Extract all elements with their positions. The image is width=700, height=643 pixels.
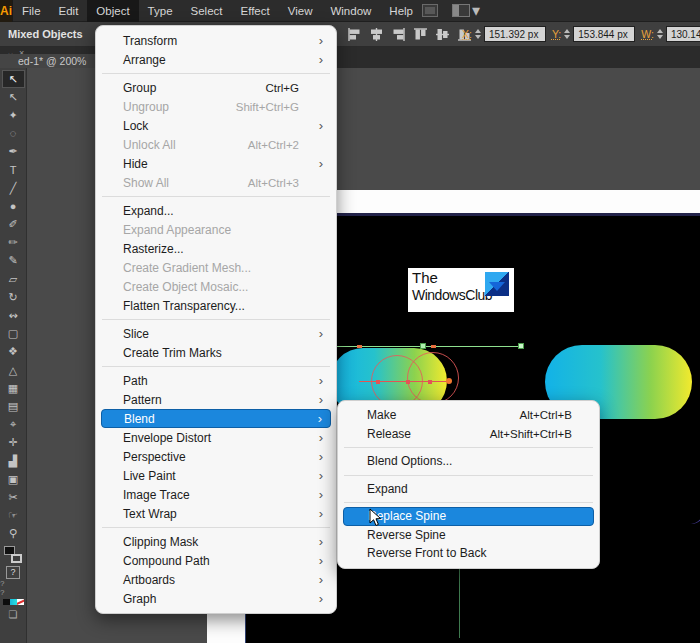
menu-item-envelope-distort[interactable]: Envelope Distort› <box>101 428 331 447</box>
menu-item-live-paint[interactable]: Live Paint› <box>101 466 331 485</box>
menu-file[interactable]: File <box>13 0 50 22</box>
menu-item-create-trim-marks[interactable]: Create Trim Marks <box>101 343 331 362</box>
submenu-item-reverse-spine[interactable]: Reverse Spine <box>343 526 594 545</box>
menu-item-perspective[interactable]: Perspective› <box>101 447 331 466</box>
menu-item-text-wrap[interactable]: Text Wrap› <box>101 504 331 523</box>
menu-item-clipping-mask[interactable]: Clipping Mask› <box>101 532 331 551</box>
submenu-item-make[interactable]: MakeAlt+Ctrl+B <box>343 406 594 425</box>
menu-item-hide[interactable]: Hide› <box>101 154 331 173</box>
gradient-tool[interactable]: ▤ <box>2 397 25 415</box>
slice-tool[interactable]: ✂ <box>2 488 25 506</box>
rotate-tool[interactable]: ↻ <box>2 288 25 306</box>
zoom-tool[interactable]: ⚲ <box>2 525 25 543</box>
menu-item-compound-path[interactable]: Compound Path› <box>101 551 331 570</box>
spine-anchor-point[interactable] <box>428 380 432 384</box>
help-box[interactable]: ? <box>6 566 20 579</box>
x-input[interactable]: 151.392 px <box>484 26 546 42</box>
eraser-tool[interactable]: ▱ <box>2 270 25 288</box>
menu-item-label: Reverse Front to Back <box>367 546 586 560</box>
menu-type[interactable]: Type <box>139 0 182 22</box>
submenu-item-blend-options[interactable]: Blend Options... <box>343 452 594 471</box>
menu-window[interactable]: Window <box>321 0 380 22</box>
free-transform-tool[interactable]: ▢ <box>2 325 25 343</box>
color-swatch-icon[interactable] <box>3 599 10 605</box>
screen-mode-icon[interactable]: ❏ <box>9 609 18 620</box>
graph-tool[interactable]: ▟ <box>2 452 25 470</box>
eyedropper-tool[interactable]: ⌖ <box>2 416 25 434</box>
ellipse-tool[interactable]: ● <box>2 197 25 215</box>
menu-help[interactable]: Help <box>380 0 422 22</box>
vertical-align-center-icon[interactable] <box>435 27 450 42</box>
menu-item-arrange[interactable]: Arrange› <box>101 50 331 69</box>
horizontal-align-right-icon[interactable] <box>391 27 406 42</box>
menu-item-rasterize[interactable]: Rasterize... <box>101 239 331 258</box>
menu-item-expand[interactable]: Expand... <box>101 201 331 220</box>
x-stepper[interactable] <box>475 29 481 39</box>
menu-object[interactable]: Object <box>87 0 138 22</box>
artboard-tool[interactable]: ▣ <box>2 470 25 488</box>
y-label[interactable]: Y: <box>552 28 561 40</box>
gradient-swatch-icon[interactable] <box>10 599 17 605</box>
line-segment-tool[interactable]: ╱ <box>2 179 25 197</box>
horizontal-align-left-icon[interactable] <box>347 27 362 42</box>
menu-item-group[interactable]: GroupCtrl+G <box>101 78 331 97</box>
selection-handle[interactable] <box>518 343 524 349</box>
menu-item-label: Blend Options... <box>367 454 586 468</box>
width-tool[interactable]: ↭ <box>2 306 25 324</box>
menu-item-pattern[interactable]: Pattern› <box>101 390 331 409</box>
submenu-item-release[interactable]: ReleaseAlt+Shift+Ctrl+B <box>343 425 594 444</box>
none-swatch-icon[interactable] <box>17 599 24 605</box>
w-label[interactable]: W: <box>641 28 654 40</box>
pencil-tool[interactable]: ✏ <box>2 234 25 252</box>
symbol-sprayer-tool[interactable]: ✛ <box>2 434 25 452</box>
chevron-right-icon: › <box>313 553 323 568</box>
menu-item-lock[interactable]: Lock› <box>101 116 331 135</box>
spine-anchor-point[interactable] <box>406 380 410 384</box>
stroke-swatch[interactable] <box>11 554 22 563</box>
menu-separator <box>102 196 330 197</box>
menu-select[interactable]: Select <box>182 0 232 22</box>
direct-selection-tool[interactable]: ↖ <box>2 88 25 106</box>
fill-stroke-control[interactable] <box>3 545 23 563</box>
menu-view[interactable]: View <box>279 0 322 22</box>
chevron-right-icon: › <box>313 33 323 48</box>
type-tool[interactable]: T <box>2 161 25 179</box>
menu-item-transform[interactable]: Transform› <box>101 31 331 50</box>
submenu-item-reverse-front-to-back[interactable]: Reverse Front to Back <box>343 544 594 563</box>
perspective-grid-tool[interactable]: △ <box>2 361 25 379</box>
mesh-tool[interactable]: ▦ <box>2 379 25 397</box>
menu-effect[interactable]: Effect <box>232 0 279 22</box>
y-stepper[interactable] <box>564 29 570 39</box>
menu-item-artboards[interactable]: Artboards› <box>101 570 331 589</box>
menu-item-label: Transform <box>123 34 313 48</box>
pen-tool[interactable]: ✒ <box>2 143 25 161</box>
hand-tool[interactable]: ☞ <box>2 507 25 525</box>
menu-item-flatten-transparency[interactable]: Flatten Transparency... <box>101 296 331 315</box>
horizontal-align-center-icon[interactable] <box>369 27 384 42</box>
submenu-item-expand[interactable]: Expand <box>343 480 594 499</box>
selection-tool[interactable]: ↖ <box>2 70 25 88</box>
x-label[interactable]: X: <box>462 28 472 40</box>
menu-item-slice[interactable]: Slice› <box>101 324 331 343</box>
arrange-documents-icon[interactable] <box>422 4 438 17</box>
workspace-switcher[interactable]: ▾ <box>452 1 480 20</box>
menu-item-label: Lock <box>123 119 313 133</box>
spine-anchor-point[interactable] <box>376 380 380 384</box>
magic-wand-tool[interactable]: ✦ <box>2 106 25 124</box>
y-input[interactable]: 153.844 px <box>573 26 635 42</box>
menu-item-image-trace[interactable]: Image Trace› <box>101 485 331 504</box>
w-stepper[interactable] <box>657 29 663 39</box>
menu-edit[interactable]: Edit <box>50 0 88 22</box>
lasso-tool[interactable]: ◌ <box>2 125 25 143</box>
menu-item-path[interactable]: Path› <box>101 371 331 390</box>
menu-item-label: Arrange <box>123 53 313 67</box>
menu-item-blend[interactable]: Blend› <box>101 409 331 428</box>
shape-builder-tool[interactable]: ❖ <box>2 343 25 361</box>
selection-handle[interactable] <box>420 343 426 349</box>
vertical-align-top-icon[interactable] <box>413 27 428 42</box>
w-input[interactable]: 130.147 px <box>666 26 700 42</box>
spine-end-point[interactable] <box>446 378 452 384</box>
paintbrush-tool[interactable]: ✐ <box>2 216 25 234</box>
menu-item-graph[interactable]: Graph› <box>101 589 331 608</box>
shaper-tool[interactable]: ✎ <box>2 252 25 270</box>
